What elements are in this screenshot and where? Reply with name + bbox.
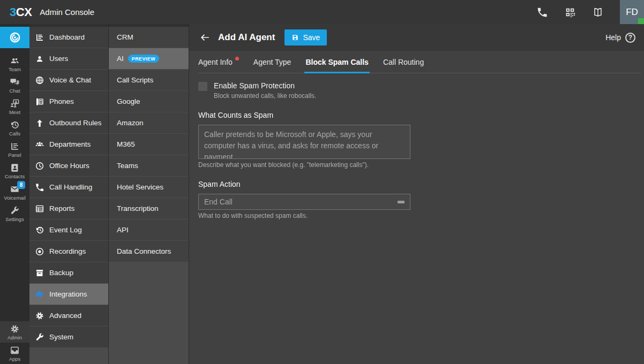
sidebar-item-label: Outbound Rules [49, 119, 102, 127]
sidebar-item-label: Event Log [49, 226, 82, 234]
back-arrow-icon[interactable] [199, 32, 211, 43]
sidebar-item-event-log[interactable]: Event Log [29, 219, 108, 241]
wrench-icon [10, 206, 20, 216]
tab-content: Enable Spam Protection Block unwanted ca… [189, 73, 644, 228]
rail-item-team[interactable]: Team [0, 53, 29, 74]
submenu-item-label: Hotel Services [117, 183, 163, 191]
submenu-item-amazon[interactable]: Amazon [109, 112, 189, 134]
rail-label: Panel [8, 152, 21, 158]
sidebar-item-voice-chat[interactable]: Voice & Chat [29, 70, 108, 91]
sidebar-item-advanced[interactable]: Advanced [29, 305, 108, 327]
rail-item-apps[interactable]: Apps [0, 343, 29, 364]
sidebar-item-system[interactable]: System [29, 327, 108, 348]
sidebar-item-users[interactable]: Users [29, 48, 108, 70]
team-icon [10, 56, 20, 66]
rail-label: Settings [5, 216, 24, 222]
spam-action-select[interactable]: End Call [198, 194, 410, 210]
history-icon [35, 225, 44, 235]
rail-item-meet[interactable]: Meet [0, 96, 29, 117]
avatar[interactable]: FD [620, 0, 644, 24]
sidebar-item-integrations[interactable]: Integrations [29, 284, 108, 305]
enable-spam-hint: Block unwanted calls, like robocalls. [214, 92, 316, 100]
rail-label: Admin [8, 335, 22, 340]
alert-dot [235, 57, 239, 60]
help-link[interactable]: Help ? [605, 33, 635, 43]
docs-book-icon[interactable] [592, 6, 604, 18]
sidebar-item-call-handling[interactable]: Call Handling [29, 177, 108, 198]
sidebar-item-office-hours[interactable]: Office Hours [29, 155, 108, 177]
submenu-item-transcription[interactable]: Transcription [109, 198, 189, 219]
what-counts-textarea[interactable] [198, 125, 410, 159]
3cx-logo: 3CX [10, 5, 32, 19]
submenu-item-ai[interactable]: AI PREVIEW [109, 48, 189, 70]
submenu-item-crm[interactable]: CRM [109, 27, 189, 48]
submenu-item-label: Google [117, 97, 140, 105]
sidebar-item-reports[interactable]: Reports [29, 198, 108, 219]
submenu-item-call-scripts[interactable]: Call Scripts [109, 70, 189, 91]
tab-label: Call Routing [383, 58, 424, 66]
tab-bar: Agent Info Agent Type Block Spam Calls C… [198, 51, 641, 73]
rail-item-contacts[interactable]: Contacts [0, 160, 29, 181]
save-button[interactable]: Save [284, 29, 327, 46]
enable-spam-label: Enable Spam Protection [214, 81, 316, 90]
rail-item-settings[interactable]: Settings [0, 203, 29, 224]
submenu-item-label: API [117, 226, 129, 234]
sidebar-item-label: Recordings [49, 247, 86, 255]
rail-item-chat[interactable]: Chat [0, 74, 29, 96]
tab-call-routing[interactable]: Call Routing [383, 51, 424, 73]
submenu-item-hotel-services[interactable]: Hotel Services [109, 177, 189, 198]
submenu-item-label: Teams [117, 162, 138, 170]
qr-code-icon[interactable] [564, 6, 576, 18]
rail-item-calls[interactable]: Calls [0, 117, 29, 139]
rail-item-voicemail[interactable]: 8 Voicemail [0, 181, 29, 203]
submenu-item-google[interactable]: Google [109, 91, 189, 112]
tab-agent-type[interactable]: Agent Type [253, 51, 291, 73]
submenu-item-data-connectors[interactable]: Data Connectors [109, 241, 189, 262]
submenu-item-api[interactable]: API [109, 219, 189, 241]
sidebar-item-label: Integrations [49, 290, 87, 298]
phone-icon[interactable] [536, 6, 548, 18]
what-counts-label: What Counts as Spam [198, 111, 635, 119]
logo-3: 3 [10, 5, 16, 19]
sidebar-item-label: Office Hours [49, 162, 89, 170]
apps-box-icon [10, 345, 20, 355]
chat-icon [10, 77, 20, 87]
submenu-item-label: Call Scripts [117, 76, 153, 84]
integrations-submenu: CRM AI PREVIEW Call Scripts Google Amazo… [109, 24, 189, 364]
rail-label: Calls [9, 131, 20, 136]
sidebar-item-departments[interactable]: Departments [29, 134, 108, 155]
voicemail-icon-wrap: 8 [10, 184, 20, 194]
sidebar-item-recordings[interactable]: Recordings [29, 241, 108, 262]
admin-sidebar: Dashboard Users Voice & Chat Phones Outb… [29, 24, 109, 364]
wrench-icon [35, 332, 44, 342]
handset-icon [35, 183, 44, 192]
arrow-up-icon [35, 118, 44, 128]
submenu-item-m365[interactable]: M365 [109, 134, 189, 155]
sidebar-item-backup[interactable]: Backup [29, 262, 108, 284]
gear-icon [35, 311, 44, 321]
online-status-indicator [638, 18, 644, 24]
sidebar-item-phones[interactable]: Phones [29, 91, 108, 112]
enable-spam-checkbox[interactable] [198, 82, 207, 91]
rail-item-admin[interactable]: Admin [0, 321, 29, 343]
sidebar-item-dashboard[interactable]: Dashboard [29, 27, 108, 48]
tab-label: Block Spam Calls [305, 58, 369, 66]
call-history-icon [10, 120, 20, 130]
record-icon [35, 247, 44, 256]
sidebar-empty-area [29, 348, 108, 364]
select-dropdown-indicator [398, 201, 405, 203]
tab-agent-info[interactable]: Agent Info [198, 51, 239, 73]
sidebar-item-label: Phones [49, 97, 74, 105]
tab-block-spam-calls[interactable]: Block Spam Calls [305, 51, 369, 73]
submenu-item-label: AI [117, 55, 124, 63]
app-title: Admin Console [40, 7, 94, 17]
spam-action-hint: What to do with suspected spam calls. [198, 212, 635, 219]
people-group-icon [35, 140, 44, 149]
rail-item-admin-home[interactable] [0, 27, 29, 48]
sidebar-item-outbound-rules[interactable]: Outbound Rules [29, 112, 108, 134]
sidebar-item-label: Advanced [49, 312, 81, 320]
rail-item-panel[interactable]: Panel [0, 139, 29, 160]
what-counts-hint: Describe what you want blocked (e.g. "te… [198, 161, 635, 169]
submenu-item-teams[interactable]: Teams [109, 155, 189, 177]
rail-label: Chat [9, 88, 20, 94]
